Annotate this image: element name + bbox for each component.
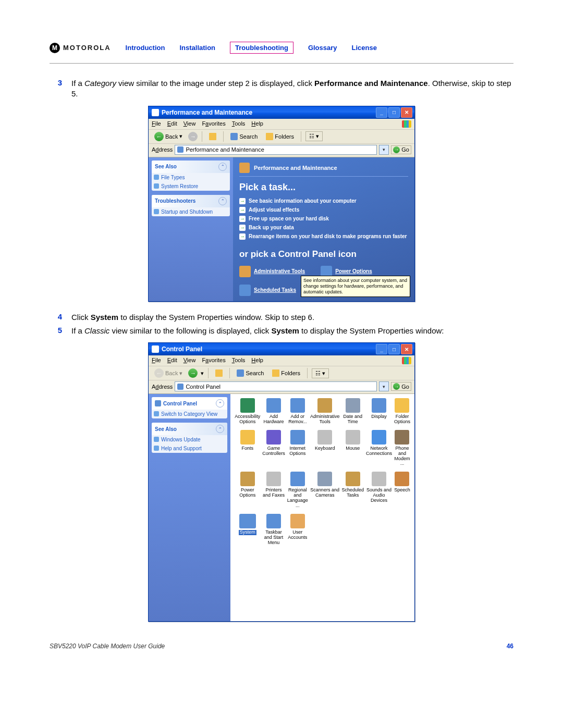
menu-edit[interactable]: Edit	[167, 357, 177, 364]
window-icon	[152, 346, 159, 353]
menu-view[interactable]: View	[183, 120, 196, 128]
task-backup[interactable]: →Back up your data	[239, 225, 408, 231]
cp-item-power-options[interactable]: Power Options	[235, 472, 260, 509]
side-item-windows-update[interactable]: Windows Update	[152, 435, 227, 444]
cp-item-display[interactable]: Display	[366, 398, 392, 425]
cp-item-label: Game Controllers	[262, 446, 285, 456]
up-button[interactable]	[213, 369, 225, 377]
admin-tools-icon	[239, 266, 251, 277]
cp-item-scanners-and-cameras[interactable]: Scanners and Cameras	[310, 472, 340, 509]
address-input-2[interactable]: Control Panel	[175, 381, 377, 391]
cp-item-network-connections[interactable]: Network Connections	[366, 430, 392, 467]
cp-item-fonts[interactable]: Fonts	[235, 430, 260, 467]
cp-item-add-or-remov[interactable]: Add or Remov...	[287, 398, 308, 425]
nav-troubleshooting[interactable]: Troubleshooting	[230, 42, 293, 54]
cp-item-icon	[372, 398, 386, 413]
collapse-icon[interactable]: ⌃	[218, 197, 227, 205]
cp-item-icon	[266, 514, 281, 528]
collapse-icon[interactable]: ⌃	[218, 163, 227, 171]
cp-item-system[interactable]: System	[235, 514, 260, 546]
menu-favorites[interactable]: Favorites	[202, 120, 225, 128]
menu-tools[interactable]: Tools	[232, 120, 246, 128]
cp-item-icon	[239, 514, 256, 528]
side-head-trouble[interactable]: Troubleshooters ⌃	[152, 195, 230, 207]
cp-item-speech[interactable]: Speech	[394, 472, 410, 509]
cp-item-regional-and-language[interactable]: Regional and Language ...	[287, 472, 308, 509]
cp-item-user-accounts[interactable]: User Accounts	[287, 514, 308, 546]
collapse-icon[interactable]: ⌃	[216, 425, 224, 433]
cp-item-scheduled-tasks[interactable]: Scheduled Tasks	[341, 472, 364, 509]
cp-item-internet-options[interactable]: Internet Options	[287, 430, 308, 467]
up-button[interactable]	[206, 132, 219, 141]
cp-item-label: Scheduled Tasks	[341, 488, 364, 498]
cp-item-icon	[395, 430, 409, 445]
views-button[interactable]: ☷ ▾	[312, 368, 329, 378]
folders-button[interactable]: Folders	[263, 132, 297, 141]
menu-view[interactable]: View	[183, 357, 196, 364]
cp-item-taskbar-and-start-menu[interactable]: Taskbar and Start Menu	[262, 514, 285, 546]
menu-tools[interactable]: Tools	[232, 357, 246, 364]
nav-installation[interactable]: Installation	[179, 44, 215, 52]
category-icon	[239, 163, 250, 173]
address-dropdown[interactable]: ▾	[379, 145, 389, 155]
side-item-filetypes[interactable]: File Types	[152, 173, 230, 182]
nav-glossary[interactable]: Glossary	[308, 44, 337, 52]
side-item-help-support[interactable]: Help and Support	[152, 444, 227, 453]
cp-scheduled-tasks[interactable]: Scheduled Tasks	[239, 285, 296, 296]
motorola-m-icon: M	[50, 43, 60, 53]
collapse-icon[interactable]: ⌃	[216, 399, 224, 408]
task-see-basic-info[interactable]: →See basic information about your comput…	[239, 198, 408, 204]
search-button[interactable]: Search	[234, 369, 266, 377]
side-item-switch-category[interactable]: Switch to Category View	[152, 410, 227, 418]
side-head-seealso-2[interactable]: See Also ⌃	[152, 423, 227, 435]
maximize-button[interactable]: □	[388, 107, 400, 118]
cp-item-administrative-tools[interactable]: Administrative Tools	[310, 398, 340, 425]
side-head-cp[interactable]: Control Panel ⌃	[152, 397, 227, 410]
cp-admin-tools[interactable]: Administrative Tools	[239, 266, 305, 277]
side-item-systemrestore[interactable]: System Restore	[152, 182, 230, 191]
menu-file[interactable]: File	[152, 120, 161, 128]
menu-help[interactable]: Help	[251, 120, 263, 128]
nav-introduction[interactable]: Introduction	[126, 44, 165, 52]
menu-edit[interactable]: Edit	[167, 120, 177, 128]
close-button[interactable]: ✕	[401, 107, 412, 118]
cp-item-keyboard[interactable]: Keyboard	[310, 430, 340, 467]
search-button[interactable]: Search	[228, 132, 260, 141]
cp-item-printers-and-faxes[interactable]: Printers and Faxes	[262, 472, 285, 509]
back-button[interactable]: ←Back ▾	[152, 131, 185, 142]
task-free-space[interactable]: →Free up space on your hard disk	[239, 216, 408, 222]
go-button[interactable]: →Go	[391, 145, 411, 154]
cp-item-accessibility-options[interactable]: Accessibility Options	[235, 398, 260, 425]
cp-item-game-controllers[interactable]: Game Controllers	[262, 430, 285, 467]
go-button[interactable]: →Go	[391, 382, 411, 391]
window-titlebar-2: Control Panel _ □ ✕	[149, 343, 414, 355]
side-item-startup[interactable]: Startup and Shutdown	[152, 207, 230, 216]
classic-icon-panel: Accessibility OptionsAdd HardwareAdd or …	[230, 394, 414, 621]
views-button[interactable]: ☷ ▾	[305, 131, 323, 141]
menu-favorites[interactable]: Favorites	[202, 357, 225, 364]
maximize-button[interactable]: □	[388, 344, 400, 354]
screenshot-performance-maintenance: Performance and Maintenance _ □ ✕ File E…	[148, 106, 415, 302]
cp-item-folder-options[interactable]: Folder Options	[394, 398, 410, 425]
menu-help[interactable]: Help	[251, 357, 263, 364]
close-button[interactable]: ✕	[401, 344, 412, 354]
menu-file[interactable]: File	[152, 357, 161, 364]
side-head-seealso[interactable]: See Also ⌃	[152, 161, 230, 173]
cp-item-add-hardware[interactable]: Add Hardware	[262, 398, 285, 425]
cp-item-sounds-and-audio-devices[interactable]: Sounds and Audio Devices	[366, 472, 392, 509]
forward-button[interactable]: →	[188, 368, 198, 378]
cp-item-phone-and-modem[interactable]: Phone and Modem ...	[394, 430, 410, 467]
cp-item-date-and-time[interactable]: Date and Time	[341, 398, 364, 425]
cp-item-icon	[346, 430, 360, 445]
nav-license[interactable]: License	[352, 44, 377, 52]
minimize-button[interactable]: _	[376, 107, 387, 118]
cp-item-mouse[interactable]: Mouse	[341, 430, 364, 467]
task-adjust-visual[interactable]: →Adjust visual effects	[239, 207, 408, 213]
address-input[interactable]: Performance and Maintenance	[175, 145, 377, 155]
folders-button[interactable]: Folders	[270, 369, 303, 377]
side-panel: See Also ⌃ File Types System Restore Tro…	[149, 157, 233, 301]
forward-button[interactable]: →	[188, 132, 198, 141]
address-dropdown[interactable]: ▾	[379, 381, 389, 391]
task-rearrange[interactable]: →Rearrange items on your hard disk to ma…	[239, 233, 408, 240]
minimize-button[interactable]: _	[376, 344, 387, 354]
